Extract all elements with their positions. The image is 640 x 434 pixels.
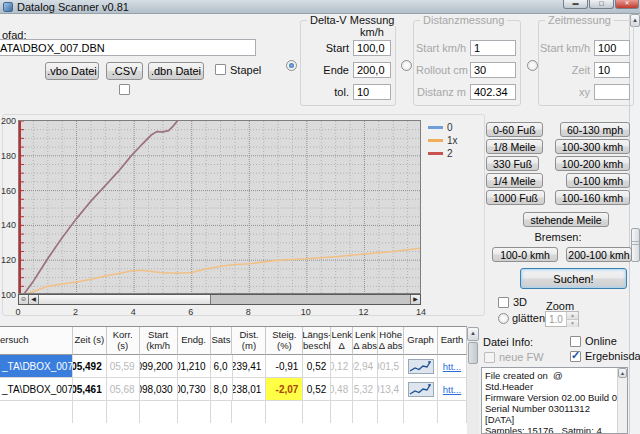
measure-button-330-fu[interactable]: 330 Fuß	[486, 156, 539, 171]
radio-distanz[interactable]	[401, 60, 412, 71]
cell-l-ngs-beschl[interactable]: 0,52	[303, 378, 331, 401]
chart-scroll-left-icon[interactable]: ◀	[29, 295, 39, 304]
file-info-scroll-up-icon[interactable]: ▲	[618, 368, 627, 378]
measure-button-1000-fu[interactable]: 1000 Fuß	[486, 190, 545, 205]
glaetten-radio[interactable]	[498, 313, 509, 324]
distanz-start-input[interactable]	[470, 40, 516, 56]
chart-scrollbar-track[interactable]	[211, 295, 410, 304]
measure-button-0-100-kmh[interactable]: 0-100 kmh	[566, 173, 630, 188]
cell-graph[interactable]	[404, 378, 438, 401]
column-header-lenk-abs[interactable]: Lenk Δ abs	[353, 327, 378, 355]
online-checkbox[interactable]	[570, 336, 581, 347]
zeit-start-input[interactable]	[594, 40, 630, 56]
table-vertical-scrollbar[interactable]: ▲	[467, 327, 479, 434]
dbn-datei-button[interactable]: .dbn Datei	[148, 62, 204, 80]
column-header-ersuch[interactable]: ersuch	[0, 327, 73, 355]
chart-scrollbar-thumb[interactable]	[39, 295, 211, 304]
vbo-datei-button[interactable]: .vbo Datei	[45, 62, 99, 80]
cell-korr-s[interactable]: 05,59	[107, 355, 140, 378]
measure-button-100-200-kmh[interactable]: 100-200 kmh	[555, 156, 630, 171]
measure-button-1-8-meile[interactable]: 1/8 Meile	[486, 139, 543, 154]
spinner-up-icon[interactable]: ▲	[567, 312, 578, 320]
column-header-lenk[interactable]: Lenk Δ	[331, 327, 353, 355]
cell-lenk-abs[interactable]: 15,32	[353, 378, 378, 401]
measure-button-0-60-fu[interactable]: 0-60 Fuß	[486, 122, 543, 137]
cell-sats[interactable]: 6,0	[211, 355, 233, 378]
file-info-scrollbar[interactable]: ▲	[617, 368, 627, 433]
chart-zoom-reset-icon[interactable]: ⊙	[19, 295, 29, 304]
column-header-l-ngs-beschl[interactable]: Längs- beschl	[303, 327, 331, 355]
measure-button-60-130-mph[interactable]: 60-130 mph	[560, 122, 630, 137]
column-header-zeit-s[interactable]: Zeit (s)	[73, 327, 107, 355]
csv-option-checkbox[interactable]	[119, 84, 130, 95]
table-row[interactable]: _TA\DBOX_007.DBN05,49205,59099,200201,21…	[0, 355, 467, 378]
table-row[interactable]: _TA\DBOX_007.DBN05,46105,68098,030200,73…	[0, 378, 467, 401]
table-scroll-up-icon[interactable]: ▲	[467, 327, 479, 341]
path-input[interactable]	[0, 39, 256, 56]
xy-input[interactable]	[594, 84, 630, 100]
file-info-textarea[interactable]: ▲ File created on @Std.HeaderFirmware Ve…	[481, 367, 628, 434]
spinner-down-icon[interactable]: ▼	[567, 320, 578, 327]
cell-start-km-h[interactable]: 098,030	[140, 378, 178, 401]
cell-l-ngs-beschl[interactable]: 0,52	[303, 355, 331, 378]
cell-endg[interactable]: 200,730	[178, 378, 211, 401]
cell-start-km-h[interactable]: 099,200	[140, 355, 178, 378]
ergebnisdatei-checkbox[interactable]	[570, 351, 581, 362]
delta-start-input[interactable]	[353, 40, 391, 56]
cell-earth[interactable]: htt...	[438, 355, 467, 378]
column-header-earth[interactable]: Earth	[438, 327, 467, 355]
close-button[interactable]: ✕	[615, 0, 639, 9]
csv-button[interactable]: .CSV	[106, 62, 143, 80]
cell-h-he-abs[interactable]: 001,5	[378, 355, 404, 378]
cell-lenk[interactable]: 00,12	[331, 355, 353, 378]
column-header-h-he-abs[interactable]: Höhe Δ abs	[378, 327, 404, 355]
rollout-input[interactable]	[470, 62, 516, 78]
earth-link[interactable]: htt...	[443, 361, 461, 372]
table-scrollbar-thumb[interactable]	[468, 342, 478, 364]
column-header-sats[interactable]: Sats	[211, 327, 233, 355]
column-header-endg[interactable]: Endg.	[178, 327, 211, 355]
cell-steig[interactable]: -0,91	[266, 355, 303, 378]
radio-zeit[interactable]	[527, 60, 538, 71]
chart-plot[interactable]	[18, 120, 421, 294]
brake-100-0-button[interactable]: 100-0 kmh	[492, 247, 558, 262]
delta-tol-input[interactable]	[353, 84, 391, 100]
cell-earth[interactable]: htt...	[438, 378, 467, 401]
column-header-dist-m[interactable]: Dist. (m)	[232, 327, 266, 355]
spinner-arrows[interactable]: ▲▼	[566, 312, 578, 326]
suchen-button[interactable]: Suchen!	[520, 268, 627, 289]
stehende-meile-button[interactable]: stehende Meile	[523, 212, 609, 227]
3d-checkbox[interactable]	[498, 297, 509, 308]
delta-ende-input[interactable]	[353, 62, 391, 78]
cell-zeit-s[interactable]: 05,461	[73, 378, 107, 401]
cell-steig[interactable]: -2,07	[266, 378, 303, 401]
cell-lenk-abs[interactable]: 02,94	[353, 355, 378, 378]
brake-200-100-button[interactable]: 200-100 kmh	[566, 247, 632, 262]
cell-lenk[interactable]: -00,48	[331, 378, 353, 401]
measure-button-1-4-meile[interactable]: 1/4 Meile	[486, 173, 543, 188]
cell-ersuch[interactable]: _TA\DBOX_007.DBN	[0, 355, 73, 378]
column-header-graph[interactable]: Graph	[404, 327, 438, 355]
distanz-m-input[interactable]	[470, 84, 516, 100]
chart-horizontal-scrollbar[interactable]: ⊙ ◀ ▶	[18, 294, 421, 305]
zoom-spinner[interactable]: 1.0 ▲▼	[545, 311, 579, 327]
radio-delta-v[interactable]	[286, 60, 297, 71]
minimize-button[interactable]: ▬	[563, 0, 588, 9]
cell-graph[interactable]	[404, 355, 438, 378]
maximize-button[interactable]: ▢	[589, 0, 614, 9]
measure-button-100-160-kmh[interactable]: 100-160 kmh	[555, 190, 630, 205]
neue-fw-checkbox[interactable]	[484, 352, 495, 363]
cell-sats[interactable]: 8,0	[211, 378, 233, 401]
cell-dist-m[interactable]: 238,01	[233, 378, 267, 401]
zeit-input[interactable]	[594, 62, 630, 78]
cell-ersuch[interactable]: _TA\DBOX_007.DBN	[0, 378, 73, 401]
column-header-korr-s[interactable]: Korr. (s)	[107, 327, 140, 355]
cell-endg[interactable]: 201,210	[178, 355, 211, 378]
cell-dist-m[interactable]: 239,41	[233, 355, 267, 378]
measure-button-100-300-kmh[interactable]: 100-300 kmh	[555, 139, 630, 154]
cell-h-he-abs[interactable]: 013,4	[378, 378, 404, 401]
cell-zeit-s[interactable]: 05,492	[73, 355, 107, 378]
stapel-checkbox[interactable]	[215, 64, 226, 75]
column-header-steig[interactable]: Steig. (%)	[266, 327, 303, 355]
scrollbar-thumb[interactable]	[631, 228, 640, 262]
